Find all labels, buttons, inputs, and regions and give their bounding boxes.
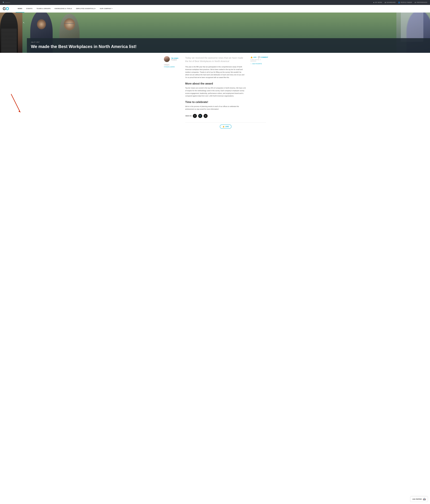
- twitter-share-button[interactable]: 🐦: [198, 114, 202, 118]
- annotation-arrow: [9, 92, 22, 117]
- nav-teams-groups[interactable]: TEAMS & GROUPS: [35, 5, 53, 12]
- author-title: President: [171, 59, 178, 61]
- top-bar-right: ★ MY WORK ⊞ DASHBOARD 👤 PEOPLE FINDER ⚙ …: [373, 1, 427, 3]
- article-text-col: Today we received the awesome news that …: [185, 56, 246, 121]
- article-body1: This year is the fifth year that we part…: [185, 66, 246, 79]
- author-info: TIM JONES President: [171, 57, 178, 61]
- article-actions: 👍 LIKE 💬 COMMENT 0 others like this. 0 c…: [250, 56, 266, 121]
- like-thumb-icon: 👍: [222, 126, 224, 127]
- chevron-down-icon: ▾: [112, 8, 112, 9]
- svg-line-0: [11, 94, 20, 112]
- comment-icon: 💬: [258, 56, 260, 58]
- facebook-icon: f: [195, 115, 195, 117]
- author-avatar: [164, 56, 170, 62]
- my-work-label: MY WORK: [375, 2, 382, 3]
- preferences-nav[interactable]: ⚙ PREFERENCES: [414, 1, 427, 3]
- nav-news[interactable]: NEWS: [16, 5, 24, 12]
- facebook-share-button[interactable]: f: [193, 114, 197, 118]
- content-wrapper: TIM JONES President Category Company upd…: [161, 53, 269, 134]
- search-bar[interactable]: 🔍: [3, 2, 18, 3]
- gear-icon: ⚙: [414, 1, 416, 3]
- top-bar-left: 🔍: [3, 2, 18, 3]
- logo-o: O: [6, 6, 9, 11]
- nav-our-company[interactable]: OUR COMPANY ▾: [98, 5, 115, 12]
- like-button[interactable]: 👍 LIKE: [250, 56, 256, 58]
- nav-employee-essentials[interactable]: EMPLOYEE ESSENTIALS ▾: [74, 5, 98, 12]
- bottom-like-section: 👍 LIKE: [185, 122, 266, 131]
- logo-g: G: [3, 6, 6, 11]
- dashboard-nav[interactable]: ⊞ DASHBOARD: [385, 1, 396, 3]
- article-body3: We're in the process of planning events …: [185, 105, 246, 111]
- main-content-area: TIM JONES President Category Company upd…: [0, 53, 430, 134]
- dashboard-label: DASHBOARD: [386, 2, 396, 3]
- linkedin-share-button[interactable]: in: [204, 114, 208, 118]
- author-card: TIM JONES President: [164, 56, 182, 62]
- action-row: 👍 LIKE 💬 COMMENT: [250, 56, 266, 58]
- comment-button[interactable]: 💬 COMMENT: [258, 56, 268, 58]
- hero-overlay: July 27, 2017 We made the Best Workplace…: [27, 38, 430, 53]
- hero-section: ↖ July 27, 2017 We made the Best Workpla…: [0, 13, 430, 53]
- author-name[interactable]: TIM JONES: [171, 57, 178, 59]
- people-finder-label: PEOPLE FINDER: [401, 2, 412, 3]
- my-work-nav[interactable]: ★ MY WORK: [373, 1, 382, 3]
- like-icon: 👍: [250, 56, 253, 58]
- sidebar: TIM JONES President Category Company upd…: [164, 56, 182, 131]
- category-link[interactable]: Company updates: [164, 66, 182, 68]
- category-label: Category: [164, 64, 182, 66]
- section1-title: More about the award: [185, 82, 246, 85]
- star-icon: ★: [373, 1, 375, 3]
- nav-knowledge-tools[interactable]: KNOWLEDGE & TOOLS: [53, 5, 74, 12]
- add-favorite-label: ADD FAVORITE: [252, 63, 262, 64]
- star-icon: ☆: [250, 63, 252, 64]
- like-label: LIKE: [253, 56, 256, 58]
- people-finder-nav[interactable]: 👤 PEOPLE FINDER: [398, 1, 412, 3]
- comment-label: COMMENT: [261, 56, 268, 58]
- main-navigation: NEWS EVENTS TEAMS & GROUPS KNOWLEDGE & T…: [16, 5, 115, 12]
- bottom-like-label: LIKE: [225, 126, 229, 127]
- nav-events[interactable]: EVENTS: [24, 5, 35, 12]
- add-favorite-button[interactable]: ☆ ADD FAVORITE: [250, 63, 266, 64]
- linkedin-icon: in: [205, 115, 206, 117]
- bottom-like-button[interactable]: 👍 LIKE: [220, 125, 232, 129]
- article-main: Today we received the awesome news that …: [185, 56, 266, 131]
- top-bar: 🔍 ★ MY WORK ⊞ DASHBOARD 👤 PEOPLE FINDER …: [0, 0, 430, 5]
- article-body2: Top tier means we scored in the top 25% …: [185, 87, 246, 97]
- article-lead: Today we received the awesome news that …: [185, 56, 246, 63]
- search-input[interactable]: [5, 2, 18, 3]
- section2-title: Time to celebrate!: [185, 100, 246, 104]
- person-icon: 👤: [398, 1, 400, 3]
- article-content-row: Today we received the awesome news that …: [185, 56, 266, 121]
- svg-marker-1: [18, 110, 20, 112]
- chevron-down-icon: ▾: [95, 8, 96, 9]
- main-header: GO NEWS EVENTS TEAMS & GROUPS KNOWLEDGE …: [0, 5, 430, 13]
- dashboard-icon: ⊞: [385, 1, 386, 3]
- likes-count: 0 others like this. 0 comments.: [250, 59, 266, 62]
- search-icon: 🔍: [3, 2, 4, 3]
- avatar-image: [164, 56, 170, 62]
- article-date: July 27, 2017: [31, 41, 426, 43]
- share-label: VIEW ON: [185, 115, 192, 117]
- twitter-icon: 🐦: [199, 115, 201, 117]
- preferences-label: PREFERENCES: [417, 2, 427, 3]
- article-hero-title: We made the Best Workplaces in North Ame…: [31, 44, 426, 49]
- logo[interactable]: GO: [3, 6, 9, 11]
- share-row: VIEW ON f 🐦 in: [185, 114, 246, 118]
